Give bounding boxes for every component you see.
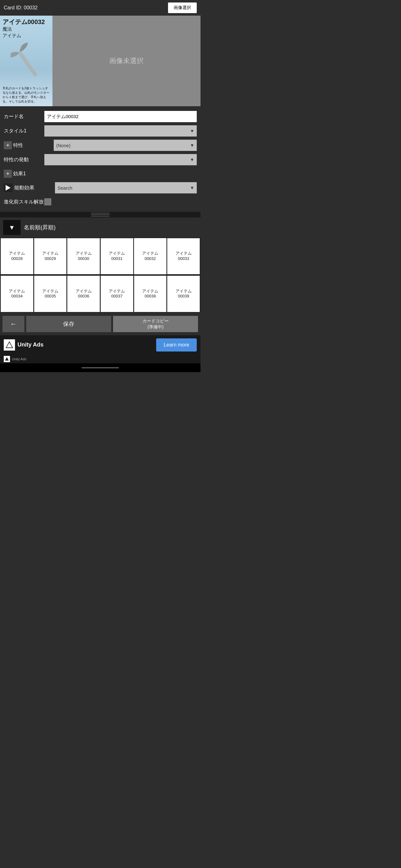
effect1-label: 効果1 [13,170,54,177]
select-image-button[interactable]: 画像選択 [168,2,197,13]
card-grid-row2: アイテム00034 アイテム00035 アイテム00036 アイテム00037 … [0,275,201,312]
sort-label: 名前順(昇順) [24,224,56,231]
home-indicator [0,363,201,372]
unity-bottom-bar: Unity Ads [0,354,201,363]
card-id-bar: Card ID: 00032 画像選択 [0,0,201,16]
sort-bar: ▼ 名前順(昇順) [0,217,201,238]
card-type-line2: アイテム [2,33,50,39]
drag-line-3 [91,216,110,217]
bottom-buttons: ← 保存 カードコピー(準備中) [0,313,201,335]
pickaxe-icon [11,41,42,82]
active-effect-row: 能動効果 Search ▼ [0,181,201,195]
style1-label: スタイル1 [4,128,44,134]
sort-dropdown-button[interactable]: ▼ [3,220,21,235]
grid-card-00032[interactable]: アイテム00032 [134,238,167,274]
grid-card-00039[interactable]: アイテム00039 [167,276,200,312]
trait-plus-button[interactable]: + [4,141,12,149]
active-effect-label: 能動効果 [14,185,55,191]
grid-card-00038[interactable]: アイテム00038 [134,276,167,312]
trait-trigger-label: 特性の発動 [4,157,44,163]
style1-select[interactable] [44,125,197,136]
card-name-label: カード名 [4,114,44,120]
unity-logo-wrap [4,339,15,350]
unity-ads-brand-text: Unity Ads [18,342,154,348]
card-grid-row1: アイテム00028 アイテム00029 アイテム00030 アイテム00031 … [0,238,201,275]
play-button-wrap[interactable] [4,183,12,192]
drag-divider[interactable] [0,212,201,217]
unity-small-text: Unity Ads [12,357,26,361]
grid-card-00031[interactable]: アイテム00031 [101,238,133,274]
grid-card-00037[interactable]: アイテム00037 [101,276,133,312]
grid-card-00035[interactable]: アイテム00035 [34,276,67,312]
card-id-label: Card ID: 00032 [4,5,38,11]
ad-banner: Unity Ads Learn more [0,335,201,354]
drag-line-2 [91,214,110,215]
effect1-row: + 効果1 [0,167,201,181]
skill-release-label: 進化前スキル解放 [4,199,44,205]
unity-logo-svg [5,341,14,349]
back-button[interactable]: ← [2,316,24,332]
active-effect-select-wrapper: Search ▼ [55,182,197,193]
grid-card-00029[interactable]: アイテム00029 [34,238,67,274]
grid-card-00028[interactable]: アイテム00028 [1,238,33,274]
trait-select[interactable]: (None) [54,140,197,151]
svg-marker-3 [5,357,9,361]
trait-trigger-select[interactable] [44,154,197,165]
skill-release-row: 進化前スキル解放 [0,195,201,209]
card-preview-left: アイテム00032 魔法 アイテム 手札のカードを2枚トラッシュするなら使える。… [0,16,53,106]
save-button[interactable]: 保存 [26,316,111,332]
card-type-line1: 魔法 [2,26,50,32]
style1-row: スタイル1 ▼ [0,124,201,138]
svg-rect-0 [19,52,37,77]
unity-big-logo-icon [4,339,15,350]
grid-card-00033[interactable]: アイテム00033 [167,238,200,274]
unity-small-logo-icon [4,356,10,362]
drag-lines [91,213,110,217]
card-name-row: カード名 [0,110,201,124]
skill-release-checkbox[interactable] [44,198,51,205]
card-preview-right: 画像未選択 [53,16,201,106]
card-preview-area: アイテム00032 魔法 アイテム 手札のカードを2枚トラッシュするなら使える。… [0,16,201,106]
grid-card-00036[interactable]: アイテム00036 [67,276,100,312]
bottom-panel: ▼ 名前順(昇順) アイテム00028 アイテム00029 アイテム00030 … [0,217,201,335]
play-triangle-icon [6,185,11,191]
copy-button[interactable]: カードコピー(準備中) [113,316,198,332]
trait-select-wrapper: (None) ▼ [54,140,197,151]
trait-label: 特性 [13,142,54,149]
form-section: カード名 スタイル1 ▼ + 特性 (None) ▼ 特性の発動 ▼ [0,106,201,212]
learn-more-button[interactable]: Learn more [156,338,197,351]
trait-row: + 特性 (None) ▼ [0,138,201,153]
card-preview-title: アイテム00032 [2,18,50,26]
card-description: 手札のカードを2枚トラッシュするなら使える。山札のモンスターから１枚まで選び、手… [2,86,50,104]
active-effect-select[interactable]: Search [55,182,197,193]
trait-trigger-select-wrapper: ▼ [44,154,197,165]
card-image-area [2,39,50,85]
trait-trigger-row: 特性の発動 ▼ [0,153,201,167]
grid-card-00034[interactable]: アイテム00034 [1,276,33,312]
card-name-input[interactable] [44,111,197,122]
style1-select-wrapper: ▼ [44,125,197,136]
grid-card-00030[interactable]: アイテム00030 [67,238,100,274]
home-bar [81,367,119,368]
drag-line-1 [91,213,110,213]
no-image-text: 画像未選択 [109,56,144,66]
effect1-plus-button[interactable]: + [4,170,12,178]
